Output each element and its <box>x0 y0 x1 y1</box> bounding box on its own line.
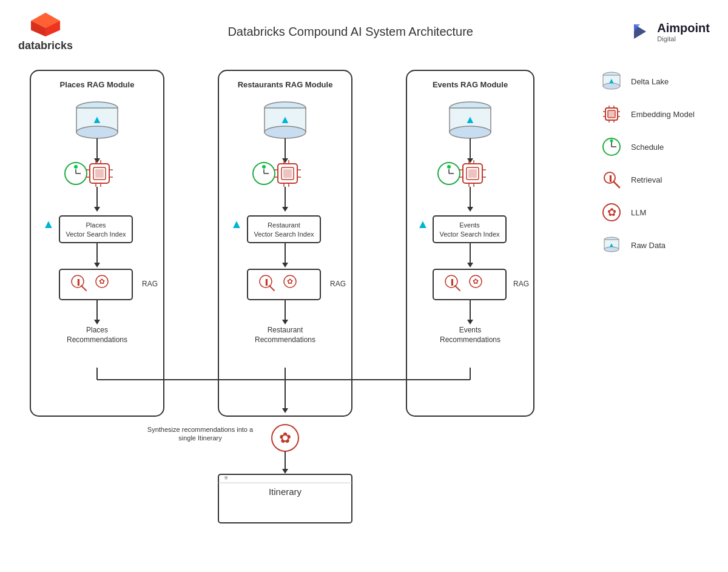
diagram-wrapper: Places RAG Module ▲ <box>12 58 595 570</box>
header: databricks Databricks Compound AI System… <box>0 0 728 58</box>
legend-item-schedule: Schedule <box>601 136 710 158</box>
places-module-title: Places RAG Module <box>60 80 135 89</box>
svg-rect-36 <box>283 169 292 178</box>
legend-delta-lake-label: Delta Lake <box>631 77 669 86</box>
legend-raw-data-label: Raw Data <box>631 241 666 250</box>
svg-point-81 <box>610 140 613 143</box>
svg-text:▐: ▐ <box>450 278 454 286</box>
svg-text:▐: ▐ <box>608 175 612 182</box>
svg-line-83 <box>614 182 619 187</box>
restaurants-vsi-text2: Vector Search Index <box>254 230 314 238</box>
svg-text:✿: ✿ <box>99 277 105 286</box>
legend-llm-icon: ✿ <box>601 201 622 223</box>
places-rag-label: RAG <box>142 280 158 288</box>
places-rag-box <box>59 269 132 300</box>
svg-rect-55 <box>468 169 477 178</box>
places-vsi-delta-icon: ▲ <box>42 217 55 230</box>
full-layout: Places RAG Module ▲ <box>0 58 728 570</box>
legend-delta-lake-icon: ▲ <box>601 70 622 92</box>
architecture-diagram: Places RAG Module ▲ <box>12 58 540 568</box>
places-delta-bottom <box>76 126 118 138</box>
svg-point-45 <box>447 165 451 169</box>
itinerary-header-dots: ≡ <box>224 474 228 481</box>
databricks-label: databricks <box>18 39 73 52</box>
aimpoint-text-block: Aimpoint Digital <box>657 21 710 42</box>
legend: ▲ Delta Lake Embedding Model <box>595 58 716 570</box>
events-vsi-box <box>433 216 506 243</box>
legend-embedding-label: Embedding Model <box>631 110 695 119</box>
events-rag-label: RAG <box>513 280 529 288</box>
legend-raw-data-icon: ▲ <box>601 234 622 256</box>
itinerary-box <box>218 474 352 523</box>
restaurants-rag-box <box>248 269 320 300</box>
svg-text:▐: ▐ <box>264 278 268 286</box>
svg-text:✿: ✿ <box>279 429 291 446</box>
svg-rect-17 <box>95 169 104 178</box>
svg-text:✿: ✿ <box>287 277 293 286</box>
legend-llm-label: LLM <box>631 208 646 217</box>
events-vsi-delta-icon: ▲ <box>417 217 429 230</box>
aimpoint-logo: Aimpoint Digital <box>628 19 710 44</box>
legend-item-raw-data: ▲ Raw Data <box>601 234 710 256</box>
restaurants-delta-icon: ▲ <box>280 113 291 126</box>
restaurants-vsi-box <box>248 216 320 243</box>
events-rag-box <box>433 269 506 300</box>
databricks-logo-icon <box>27 11 64 38</box>
legend-retrieval-label: Retrieval <box>631 175 662 184</box>
events-vsi-text1: Events <box>459 221 480 229</box>
restaurants-delta-bottom <box>265 126 306 138</box>
synthesis-text2: single Itinerary <box>178 434 222 442</box>
itinerary-arrow-head <box>282 469 288 474</box>
svg-text:▲: ▲ <box>608 76 615 85</box>
legend-embedding-icon <box>601 103 622 125</box>
places-vsi-box <box>59 216 132 243</box>
events-vsi-text2: Vector Search Index <box>439 230 500 238</box>
legend-schedule-icon <box>601 136 622 158</box>
legend-item-embedding: Embedding Model <box>601 103 710 125</box>
restaurants-vsi-text1: Restaurant <box>268 221 300 229</box>
events-delta-icon: ▲ <box>465 113 476 126</box>
legend-item-retrieval: ▐ Retrieval <box>601 169 710 190</box>
places-vsi-text1: Places <box>86 221 106 229</box>
events-rec-text2: Recommendations <box>440 335 500 344</box>
restaurants-rec-text2: Recommendations <box>255 335 315 344</box>
places-rec-text1: Places <box>86 326 108 334</box>
events-module-title: Events RAG Module <box>433 80 508 89</box>
svg-text:▐: ▐ <box>76 278 80 286</box>
restaurants-vsi-delta-icon: ▲ <box>231 217 243 230</box>
itinerary-title-text: Itinerary <box>269 486 302 497</box>
places-rec-text2: Recommendations <box>67 335 127 344</box>
restaurants-rag-label: RAG <box>330 280 346 288</box>
svg-point-26 <box>262 165 266 169</box>
databricks-logo: databricks <box>18 11 73 52</box>
legend-item-llm: ✿ LLM <box>601 201 710 223</box>
restaurants-rec-text1: Restaurant <box>268 326 303 334</box>
svg-text:▲: ▲ <box>608 241 615 248</box>
synthesis-text1: Synthesize recommendations into a <box>147 426 254 433</box>
svg-text:✿: ✿ <box>473 277 479 286</box>
legend-item-delta-lake: ▲ Delta Lake <box>601 70 710 92</box>
svg-rect-76 <box>608 111 615 117</box>
aimpoint-logo-icon <box>628 19 652 44</box>
events-delta-bottom <box>450 126 491 138</box>
page-title: Databricks Compound AI System Architectu… <box>228 25 473 39</box>
events-rec-text1: Events <box>459 326 482 334</box>
legend-schedule-label: Schedule <box>631 143 664 152</box>
restaurants-module-title: Restaurants RAG Module <box>238 80 333 89</box>
places-delta-icon: ▲ <box>92 113 103 126</box>
places-vsi-text2: Vector Search Index <box>66 230 126 238</box>
legend-retrieval-icon: ▐ <box>601 169 622 190</box>
svg-point-7 <box>74 165 78 169</box>
svg-text:✿: ✿ <box>607 206 616 218</box>
